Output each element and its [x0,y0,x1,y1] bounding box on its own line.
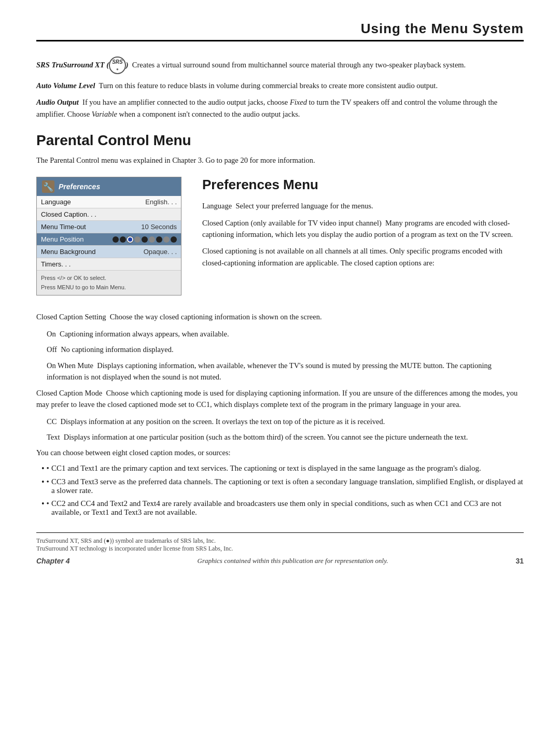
language-pref-label: Language [202,202,232,210]
variable-label: Variable [92,110,117,118]
cc3-label: CC3 [51,477,66,486]
off-label: Off [47,345,57,354]
cc-mode-para: Closed Caption Mode Choose which caption… [36,387,524,411]
cc-pref-para2: Closed captioning is not available on al… [202,245,524,269]
audio-output-label: Audio Output [36,98,79,106]
right-column: Preferences Menu Language Select your pr… [202,177,524,274]
srs-label: SRS TruSurround XT (SRS●) [36,61,129,69]
closed-caption-label: Closed Caption. . . [41,210,96,218]
position-dots [113,236,177,243]
bullet-symbol-1: • [47,464,49,473]
preferences-menu-box: 🔧 Preferences Language English. . . Clos… [36,177,181,295]
background-label: Menu Background [41,248,96,256]
page-title: Using the Menu System [361,21,524,36]
language-label: Language [41,198,71,206]
page-footer: TruSurround XT, SRS and (●)) symbol are … [36,532,524,565]
chapter-label: Chapter 4 [36,557,70,565]
bullet-item-3: • CC2 and CC4 and Text2 and Text4 are ra… [41,499,524,517]
page-bottom: Chapter 4 Graphics contained within this… [36,557,524,565]
cc-setting-para: Closed Caption Setting Choose the way cl… [36,311,524,322]
left-column: 🔧 Preferences Language English. . . Clos… [36,177,181,295]
text1-label: Text1 [80,464,98,472]
trademark2: TruSurround XT technology is incorporate… [36,545,524,553]
bullet1-text: are the primary caption and text service… [100,464,481,472]
auto-volume-para: Auto Volume Level Turn on this feature t… [36,80,524,91]
dot-3-selected [127,236,133,243]
footer-line2: Press MENU to go to Main Menu. [41,283,177,292]
menu-row-language: Language English. . . [37,196,181,208]
menu-icon: 🔧 [42,180,54,193]
on-label: On [47,330,56,338]
text3-label: Text3 [80,477,98,486]
intro-section: SRS TruSurround XT (SRS●) Creates a virt… [36,57,524,120]
position-label: Menu Position [41,235,83,243]
auto-volume-label: Auto Volume Level [36,81,95,90]
page-number: 31 [515,557,524,565]
preferences-menu-heading: Preferences Menu [202,177,524,193]
parental-control-intro: The Parental Control menu was explained … [36,155,524,166]
cc-mode-label: Closed Caption Mode [36,389,102,397]
cc-setting-text: Choose the way closed captioning informa… [110,313,322,321]
menu-row-timeout: Menu Time-out 10 Seconds [37,221,181,233]
on-when-mute-para: On When Mute Displays captioning informa… [47,360,524,383]
bullet-symbol-3: • [47,499,49,517]
on-text: Captioning information always appears, w… [60,330,229,338]
menu-title-text: Preferences [59,182,100,191]
choose-para: You can choose between eight closed capt… [36,447,524,458]
bullet-item-2: • CC3 and Text3 serve as the preferred d… [41,477,524,495]
background-value: Opaque. . . [144,248,177,256]
parental-control-heading: Parental Control Menu [36,132,524,149]
menu-footer: Press </> or OK to select. Press MENU to… [37,271,181,295]
text2-label: Text2 [110,499,128,508]
dot-8 [163,236,170,243]
dot-4 [134,236,141,243]
footer-line1: Press </> or OK to select. [41,274,177,283]
cc2-label: CC2 [51,499,66,508]
page-container: Using the Menu System SRS TruSurround XT… [0,0,560,607]
cc-sub-label: CC [47,417,57,426]
cc1-label: CC1 [51,464,66,472]
cc4-label: CC4 [81,499,95,508]
cc-pref-para: Closed Caption (only available for TV vi… [202,217,524,241]
menu-row-position: Menu Position [37,233,181,246]
timeout-value: 10 Seconds [141,223,177,231]
dot-5 [142,236,148,243]
cc-sub-text: Displays information at any position on … [61,417,385,426]
off-text: No captioning information displayed. [61,345,173,354]
srs-text: Creates a virtual surround sound from mu… [132,61,466,69]
dot-2 [120,236,126,243]
text-sub-para: Text Displays information at one particu… [47,431,524,443]
srs-para: SRS TruSurround XT (SRS●) Creates a virt… [36,57,524,75]
cc-mode-text: Choose which captioning mode is used for… [36,389,517,409]
center-note: Graphics contained within this publicati… [198,557,388,565]
language-pref-text: Select your preferred language for the m… [235,202,373,210]
language-value: English. . . [145,198,177,206]
two-col-layout: 🔧 Preferences Language English. . . Clos… [36,177,524,295]
dot-1 [113,236,119,243]
menu-row-background: Menu Background Opaque. . . [37,246,181,258]
text-sub-label: Text [47,433,60,441]
language-pref-para: Language Select your preferred language … [202,200,524,212]
menu-title-bar: 🔧 Preferences [37,177,181,196]
on-when-mute-label: On When Mute [47,361,93,370]
text-sub-text: Displays information at one particular p… [64,433,468,441]
menu-row-timers: Timers. . . [37,258,181,271]
page-header: Using the Menu System [36,21,524,41]
cc-sub-para: CC Displays information at any position … [47,416,524,427]
preferences-content: Language Select your preferred language … [202,200,524,269]
dot-6 [149,236,155,243]
on-when-mute-text: Displays captioning information, when av… [47,361,492,381]
timeout-label: Menu Time-out [41,223,86,231]
dot-7 [156,236,162,243]
fixed-label: Fixed [290,98,307,106]
off-para: Off No captioning information displayed. [47,344,524,355]
body-content: Closed Caption Setting Choose the way cl… [36,311,524,517]
audio-output-para: Audio Output If you have an amplifier co… [36,96,524,120]
trademark1: TruSurround XT, SRS and (●)) symbol are … [36,537,524,545]
dot-9 [171,236,177,243]
timers-label: Timers. . . [41,260,71,268]
cc-setting-label: Closed Caption Setting [36,313,106,321]
bullet-item-1: • CC1 and Text1 are the primary caption … [41,464,524,473]
on-para: On Captioning information always appears… [47,328,524,340]
auto-volume-text: Turn on this feature to reduce blasts in… [99,81,438,90]
